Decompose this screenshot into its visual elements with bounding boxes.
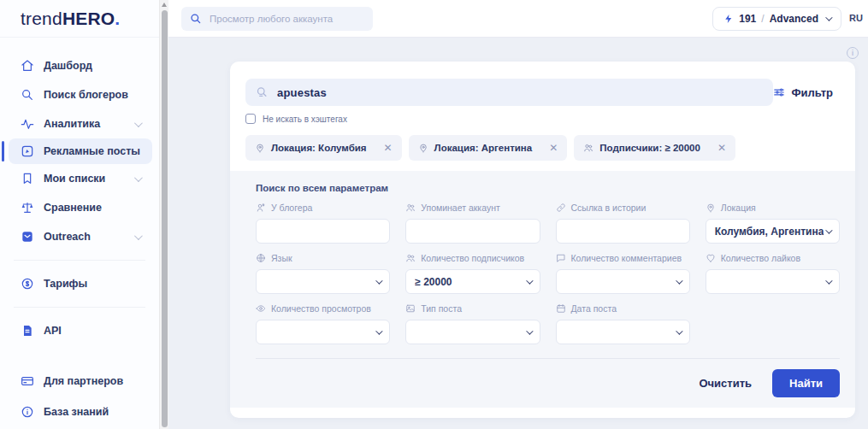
sidebar-item-dashboard[interactable]: Дашборд xyxy=(0,51,152,80)
sidebar-item-knowledge-base[interactable]: База знаний xyxy=(0,397,152,427)
by-blogger-input[interactable] xyxy=(265,226,381,238)
sidebar-item-api[interactable]: API xyxy=(0,316,152,345)
form-row-2: Язык Количество подписчиков ≥ 20000 Коли… xyxy=(256,253,840,294)
chevron-down-icon xyxy=(526,327,533,334)
sidebar-item-comparison[interactable]: Сравнение xyxy=(0,193,152,222)
filter-chip-location-argentina[interactable]: Локация: Аргентина ✕ xyxy=(409,135,568,161)
app-window: trendHERO. Дашборд Поиск блогеров Аналит… xyxy=(0,0,868,429)
card-top-section: Фильтр Не искать в хэштегах Локация: Кол… xyxy=(230,62,855,161)
post-type-select[interactable] xyxy=(405,320,540,344)
field-label: Язык xyxy=(271,253,292,263)
find-button[interactable]: Найти xyxy=(772,369,840,397)
sidebar-item-label: API xyxy=(44,325,62,337)
account-search-input[interactable] xyxy=(210,14,355,24)
dollar-icon xyxy=(21,277,34,291)
views-count-select[interactable] xyxy=(256,320,390,344)
sidebar-item-label: Для партнеров xyxy=(44,375,123,387)
field-label: Ссылка в истории xyxy=(571,203,647,213)
language-switcher[interactable]: RU xyxy=(849,13,863,23)
chip-close-icon[interactable]: ✕ xyxy=(717,143,726,153)
field-location: Локация Колумбия, Аргентина xyxy=(706,203,840,244)
info-icon[interactable]: i xyxy=(847,47,859,59)
logo-dot: . xyxy=(115,9,120,29)
logo-hero: HERO xyxy=(62,9,115,29)
post-date-select[interactable] xyxy=(556,320,690,344)
sidebar-item-outreach[interactable]: Outreach xyxy=(0,222,152,251)
sidebar-item-for-partners[interactable]: Для партнеров xyxy=(0,366,152,397)
calendar-icon xyxy=(556,303,566,314)
sidebar-item-label: Аналитика xyxy=(44,118,100,130)
filter-chip-location-colombia[interactable]: Локация: Колумбия ✕ xyxy=(245,135,402,161)
sidebar: trendHERO. Дашборд Поиск блогеров Аналит… xyxy=(0,0,159,429)
field-label: Упоминает аккаунт xyxy=(421,203,500,213)
filter-button[interactable]: Фильтр xyxy=(773,86,833,99)
language-select[interactable] xyxy=(256,269,390,294)
plan-name: Advanced xyxy=(770,13,818,25)
outreach-icon xyxy=(21,230,34,244)
sidebar-item-ad-posts[interactable]: Рекламные посты xyxy=(9,138,152,164)
field-comments-count: Количество комментариев xyxy=(556,253,690,294)
credits-separator: / xyxy=(761,13,764,25)
field-post-date: Дата поста xyxy=(556,303,690,344)
likes-count-select[interactable] xyxy=(706,269,840,294)
plan-credits-dropdown[interactable]: 191 / Advanced xyxy=(712,7,841,31)
chip-close-icon[interactable]: ✕ xyxy=(549,143,558,153)
chevron-down-icon xyxy=(825,14,832,21)
comment-icon xyxy=(556,253,566,263)
main-area: 191 / Advanced RU i xyxy=(168,0,868,429)
scales-icon xyxy=(21,201,34,214)
chevron-down-icon xyxy=(375,327,382,334)
keyword-search-input[interactable] xyxy=(277,86,722,99)
sidebar-item-blogger-search[interactable]: Поиск блогеров xyxy=(0,80,152,109)
scrollbar-thumb[interactable] xyxy=(162,10,168,427)
sidebar-item-pricing[interactable]: Тарифы xyxy=(0,269,152,298)
link-icon xyxy=(556,203,566,213)
sidebar-item-label: База знаний xyxy=(44,406,109,418)
filter-chip-followers[interactable]: Подписчики: ≥ 20000 ✕ xyxy=(574,135,735,161)
story-link-input[interactable] xyxy=(565,226,681,238)
field-label: Количество лайков xyxy=(721,253,800,263)
sidebar-item-label: Дашборд xyxy=(44,60,92,72)
clear-button[interactable]: Очистить xyxy=(699,377,752,390)
chevron-down-icon xyxy=(676,327,682,334)
chevron-down-icon xyxy=(134,232,143,240)
field-label: Дата поста xyxy=(571,303,617,314)
chevron-down-icon xyxy=(134,173,143,182)
sidebar-item-analytics[interactable]: Аналитика xyxy=(0,109,152,138)
heart-icon xyxy=(706,253,716,263)
hashtag-checkbox-row: Не искать в хэштегах xyxy=(245,114,840,124)
lightning-icon xyxy=(723,14,734,24)
chevron-down-icon xyxy=(375,277,382,284)
active-filter-chips: Локация: Колумбия ✕ Локация: Аргентина ✕… xyxy=(245,135,840,161)
account-search[interactable] xyxy=(181,7,373,31)
analytics-icon xyxy=(21,117,34,131)
comments-count-select[interactable] xyxy=(556,269,690,294)
home-icon xyxy=(21,59,34,73)
sidebar-nav: Дашборд Поиск блогеров Аналитика Рекламн… xyxy=(0,51,159,345)
followers-count-select[interactable]: ≥ 20000 xyxy=(405,269,540,294)
users-icon xyxy=(405,253,416,263)
sidebar-item-label: Тарифы xyxy=(44,278,87,290)
filter-sliders-icon xyxy=(773,86,785,98)
scrollbar-up-arrow-icon[interactable] xyxy=(162,3,167,7)
search-icon xyxy=(256,86,269,99)
pin-icon xyxy=(418,143,428,153)
brand-logo[interactable]: trendHERO. xyxy=(0,0,159,38)
vertical-scrollbar[interactable] xyxy=(159,0,168,429)
divider xyxy=(14,307,145,308)
user-mention-icon xyxy=(405,203,416,213)
users-icon xyxy=(583,143,593,153)
all-parameters-section: Поиск по всем параметрам У блогера Упоми… xyxy=(230,171,855,408)
field-label: Количество подписчиков xyxy=(421,253,524,263)
mentions-account-input[interactable] xyxy=(415,226,530,238)
topbar: 191 / Advanced RU xyxy=(168,0,868,38)
field-label: Локация xyxy=(721,203,756,213)
location-select[interactable]: Колумбия, Аргентина xyxy=(706,219,840,244)
field-followers-count: Количество подписчиков ≥ 20000 xyxy=(405,253,540,294)
sidebar-item-my-lists[interactable]: Мои списки xyxy=(0,164,152,193)
user-star-icon xyxy=(256,203,266,213)
chip-close-icon[interactable]: ✕ xyxy=(384,143,393,153)
hashtag-checkbox[interactable] xyxy=(245,114,256,124)
image-icon xyxy=(405,303,416,314)
keyword-search[interactable] xyxy=(245,79,773,106)
